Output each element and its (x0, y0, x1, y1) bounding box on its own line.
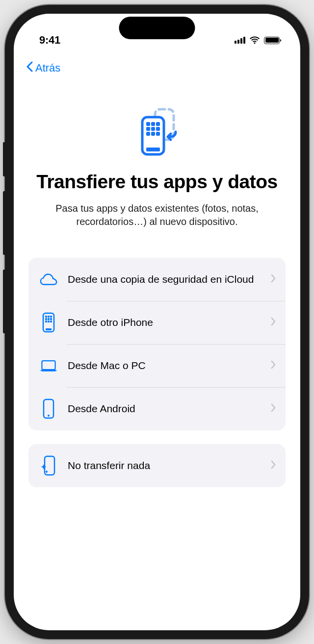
option-icloud-backup[interactable]: Desde una copia de seguridad en iCloud (28, 258, 286, 301)
svg-rect-16 (45, 318, 47, 320)
svg-rect-10 (156, 132, 160, 136)
iphone-icon (39, 313, 58, 332)
status-time: 9:41 (39, 34, 60, 47)
svg-rect-23 (42, 361, 55, 370)
option-label: Desde otro iPhone (68, 316, 271, 329)
chevron-right-icon (271, 360, 276, 371)
battery-icon (264, 37, 280, 44)
dynamic-island (119, 17, 195, 39)
transfer-options-group: Desde una copia de seguridad en iCloud (28, 258, 286, 430)
svg-rect-19 (45, 321, 47, 322)
svg-rect-14 (48, 316, 50, 318)
option-from-mac-pc[interactable]: Desde Mac o PC (28, 344, 286, 387)
svg-rect-20 (48, 321, 50, 322)
status-indicators (235, 36, 280, 44)
cellular-signal-icon (235, 37, 245, 44)
android-phone-icon (39, 399, 58, 418)
option-label: Desde Android (68, 402, 271, 415)
page-subtitle: Pasa tus apps y datos existentes (fotos,… (28, 202, 286, 228)
svg-rect-9 (151, 132, 155, 136)
phone-frame: 9:41 (5, 5, 309, 639)
svg-rect-7 (156, 127, 160, 131)
svg-rect-15 (50, 316, 52, 318)
back-label: Atrás (35, 62, 60, 74)
svg-rect-8 (146, 132, 150, 136)
option-label: No transferir nada (68, 459, 271, 472)
content: Transfiere tus apps y datos Pasa tus app… (14, 83, 300, 487)
transfer-hero-icon (28, 102, 286, 161)
svg-rect-2 (146, 122, 150, 126)
laptop-icon (39, 356, 58, 375)
svg-rect-22 (46, 328, 52, 330)
svg-rect-13 (45, 316, 47, 318)
sparkle-phone-icon (39, 456, 58, 475)
screen: 9:41 (14, 14, 300, 630)
svg-rect-5 (146, 127, 150, 131)
svg-rect-11 (146, 148, 160, 151)
svg-rect-6 (151, 127, 155, 131)
svg-rect-4 (156, 122, 160, 126)
secondary-options-group: No transferir nada (28, 444, 286, 487)
svg-rect-17 (48, 318, 50, 320)
option-from-android[interactable]: Desde Android (28, 387, 286, 430)
cloud-icon (39, 270, 58, 289)
chevron-left-icon (26, 61, 33, 75)
option-label: Desde Mac o PC (68, 359, 271, 372)
option-label: Desde una copia de seguridad en iCloud (68, 273, 271, 286)
chevron-right-icon (271, 460, 276, 471)
chevron-right-icon (271, 317, 276, 328)
nav-bar: Atrás (14, 53, 300, 83)
option-from-iphone[interactable]: Desde otro iPhone (28, 301, 286, 344)
svg-rect-18 (50, 318, 52, 320)
wifi-icon (249, 36, 260, 44)
chevron-right-icon (271, 403, 276, 414)
page-title: Transfiere tus apps y datos (28, 171, 286, 193)
svg-point-25 (48, 415, 50, 417)
chevron-right-icon (271, 274, 276, 285)
back-button[interactable]: Atrás (26, 61, 60, 75)
option-transfer-nothing[interactable]: No transferir nada (28, 444, 286, 487)
svg-rect-3 (151, 122, 155, 126)
svg-rect-21 (50, 321, 52, 322)
